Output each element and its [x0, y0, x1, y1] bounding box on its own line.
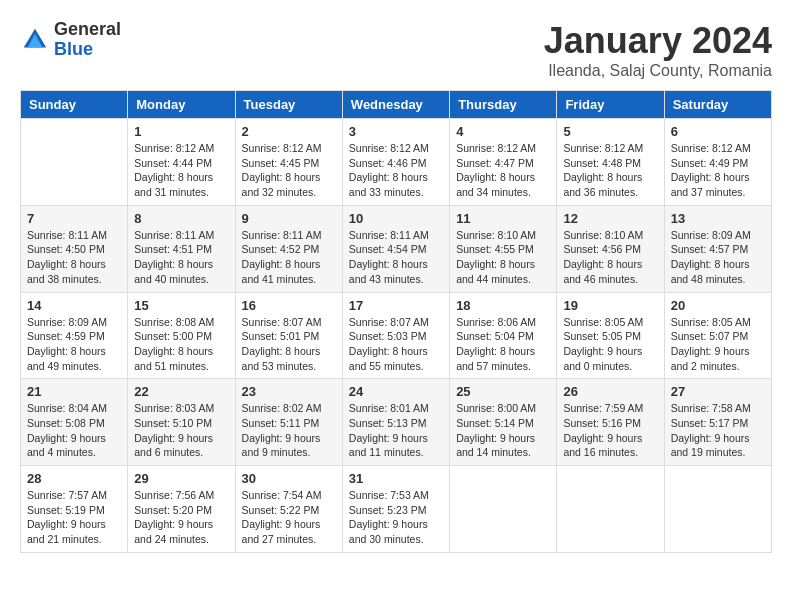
day-number: 30 — [242, 471, 336, 486]
day-number: 28 — [27, 471, 121, 486]
day-number: 16 — [242, 298, 336, 313]
calendar-cell — [557, 466, 664, 553]
day-info: Sunrise: 8:08 AMSunset: 5:00 PMDaylight:… — [134, 315, 228, 374]
calendar-table: SundayMondayTuesdayWednesdayThursdayFrid… — [20, 90, 772, 553]
weekday-header: Sunday — [21, 91, 128, 119]
day-info: Sunrise: 8:11 AMSunset: 4:54 PMDaylight:… — [349, 228, 443, 287]
calendar-cell: 17Sunrise: 8:07 AMSunset: 5:03 PMDayligh… — [342, 292, 449, 379]
calendar-cell: 31Sunrise: 7:53 AMSunset: 5:23 PMDayligh… — [342, 466, 449, 553]
day-number: 13 — [671, 211, 765, 226]
day-number: 14 — [27, 298, 121, 313]
day-number: 8 — [134, 211, 228, 226]
day-info: Sunrise: 8:07 AMSunset: 5:03 PMDaylight:… — [349, 315, 443, 374]
location: Ileanda, Salaj County, Romania — [544, 62, 772, 80]
day-info: Sunrise: 8:12 AMSunset: 4:49 PMDaylight:… — [671, 141, 765, 200]
weekday-header: Wednesday — [342, 91, 449, 119]
calendar-cell: 26Sunrise: 7:59 AMSunset: 5:16 PMDayligh… — [557, 379, 664, 466]
calendar-cell: 1Sunrise: 8:12 AMSunset: 4:44 PMDaylight… — [128, 119, 235, 206]
calendar-cell: 28Sunrise: 7:57 AMSunset: 5:19 PMDayligh… — [21, 466, 128, 553]
day-info: Sunrise: 8:06 AMSunset: 5:04 PMDaylight:… — [456, 315, 550, 374]
calendar-cell: 8Sunrise: 8:11 AMSunset: 4:51 PMDaylight… — [128, 205, 235, 292]
day-info: Sunrise: 8:02 AMSunset: 5:11 PMDaylight:… — [242, 401, 336, 460]
day-info: Sunrise: 8:09 AMSunset: 4:57 PMDaylight:… — [671, 228, 765, 287]
calendar-cell: 20Sunrise: 8:05 AMSunset: 5:07 PMDayligh… — [664, 292, 771, 379]
day-number: 12 — [563, 211, 657, 226]
day-number: 2 — [242, 124, 336, 139]
day-number: 11 — [456, 211, 550, 226]
calendar-cell: 13Sunrise: 8:09 AMSunset: 4:57 PMDayligh… — [664, 205, 771, 292]
weekday-header: Tuesday — [235, 91, 342, 119]
day-info: Sunrise: 8:12 AMSunset: 4:44 PMDaylight:… — [134, 141, 228, 200]
day-info: Sunrise: 8:00 AMSunset: 5:14 PMDaylight:… — [456, 401, 550, 460]
day-info: Sunrise: 7:56 AMSunset: 5:20 PMDaylight:… — [134, 488, 228, 547]
day-number: 27 — [671, 384, 765, 399]
day-info: Sunrise: 8:07 AMSunset: 5:01 PMDaylight:… — [242, 315, 336, 374]
day-number: 22 — [134, 384, 228, 399]
calendar-cell: 9Sunrise: 8:11 AMSunset: 4:52 PMDaylight… — [235, 205, 342, 292]
day-number: 7 — [27, 211, 121, 226]
calendar-cell — [450, 466, 557, 553]
day-info: Sunrise: 7:54 AMSunset: 5:22 PMDaylight:… — [242, 488, 336, 547]
day-info: Sunrise: 8:09 AMSunset: 4:59 PMDaylight:… — [27, 315, 121, 374]
day-info: Sunrise: 8:12 AMSunset: 4:45 PMDaylight:… — [242, 141, 336, 200]
day-info: Sunrise: 8:11 AMSunset: 4:51 PMDaylight:… — [134, 228, 228, 287]
day-info: Sunrise: 8:01 AMSunset: 5:13 PMDaylight:… — [349, 401, 443, 460]
weekday-header: Monday — [128, 91, 235, 119]
calendar-cell — [664, 466, 771, 553]
weekday-header: Thursday — [450, 91, 557, 119]
day-number: 19 — [563, 298, 657, 313]
weekday-header: Saturday — [664, 91, 771, 119]
day-number: 29 — [134, 471, 228, 486]
day-number: 3 — [349, 124, 443, 139]
day-info: Sunrise: 8:12 AMSunset: 4:47 PMDaylight:… — [456, 141, 550, 200]
day-number: 1 — [134, 124, 228, 139]
calendar-cell: 24Sunrise: 8:01 AMSunset: 5:13 PMDayligh… — [342, 379, 449, 466]
calendar-cell: 23Sunrise: 8:02 AMSunset: 5:11 PMDayligh… — [235, 379, 342, 466]
day-info: Sunrise: 8:10 AMSunset: 4:56 PMDaylight:… — [563, 228, 657, 287]
day-number: 26 — [563, 384, 657, 399]
day-info: Sunrise: 8:10 AMSunset: 4:55 PMDaylight:… — [456, 228, 550, 287]
day-number: 18 — [456, 298, 550, 313]
calendar-header-row: SundayMondayTuesdayWednesdayThursdayFrid… — [21, 91, 772, 119]
calendar-cell: 18Sunrise: 8:06 AMSunset: 5:04 PMDayligh… — [450, 292, 557, 379]
calendar-cell: 14Sunrise: 8:09 AMSunset: 4:59 PMDayligh… — [21, 292, 128, 379]
day-number: 9 — [242, 211, 336, 226]
calendar-cell: 29Sunrise: 7:56 AMSunset: 5:20 PMDayligh… — [128, 466, 235, 553]
calendar-cell: 2Sunrise: 8:12 AMSunset: 4:45 PMDaylight… — [235, 119, 342, 206]
day-number: 25 — [456, 384, 550, 399]
calendar-cell: 5Sunrise: 8:12 AMSunset: 4:48 PMDaylight… — [557, 119, 664, 206]
day-info: Sunrise: 8:04 AMSunset: 5:08 PMDaylight:… — [27, 401, 121, 460]
calendar-cell: 16Sunrise: 8:07 AMSunset: 5:01 PMDayligh… — [235, 292, 342, 379]
calendar-cell: 6Sunrise: 8:12 AMSunset: 4:49 PMDaylight… — [664, 119, 771, 206]
day-info: Sunrise: 8:11 AMSunset: 4:52 PMDaylight:… — [242, 228, 336, 287]
logo-text: General Blue — [54, 20, 121, 60]
calendar-week-row: 1Sunrise: 8:12 AMSunset: 4:44 PMDaylight… — [21, 119, 772, 206]
day-number: 5 — [563, 124, 657, 139]
calendar-cell: 22Sunrise: 8:03 AMSunset: 5:10 PMDayligh… — [128, 379, 235, 466]
day-number: 21 — [27, 384, 121, 399]
day-info: Sunrise: 8:03 AMSunset: 5:10 PMDaylight:… — [134, 401, 228, 460]
calendar-cell: 30Sunrise: 7:54 AMSunset: 5:22 PMDayligh… — [235, 466, 342, 553]
day-number: 10 — [349, 211, 443, 226]
calendar-week-row: 28Sunrise: 7:57 AMSunset: 5:19 PMDayligh… — [21, 466, 772, 553]
day-info: Sunrise: 8:12 AMSunset: 4:48 PMDaylight:… — [563, 141, 657, 200]
day-number: 24 — [349, 384, 443, 399]
day-info: Sunrise: 8:11 AMSunset: 4:50 PMDaylight:… — [27, 228, 121, 287]
calendar-cell: 19Sunrise: 8:05 AMSunset: 5:05 PMDayligh… — [557, 292, 664, 379]
day-number: 15 — [134, 298, 228, 313]
day-info: Sunrise: 7:58 AMSunset: 5:17 PMDaylight:… — [671, 401, 765, 460]
calendar-week-row: 7Sunrise: 8:11 AMSunset: 4:50 PMDaylight… — [21, 205, 772, 292]
calendar-cell: 10Sunrise: 8:11 AMSunset: 4:54 PMDayligh… — [342, 205, 449, 292]
title-area: January 2024 Ileanda, Salaj County, Roma… — [544, 20, 772, 80]
day-info: Sunrise: 7:57 AMSunset: 5:19 PMDaylight:… — [27, 488, 121, 547]
day-info: Sunrise: 8:05 AMSunset: 5:05 PMDaylight:… — [563, 315, 657, 374]
calendar-cell: 4Sunrise: 8:12 AMSunset: 4:47 PMDaylight… — [450, 119, 557, 206]
day-info: Sunrise: 8:05 AMSunset: 5:07 PMDaylight:… — [671, 315, 765, 374]
calendar-cell: 27Sunrise: 7:58 AMSunset: 5:17 PMDayligh… — [664, 379, 771, 466]
logo-icon — [20, 25, 50, 55]
calendar-cell: 15Sunrise: 8:08 AMSunset: 5:00 PMDayligh… — [128, 292, 235, 379]
month-title: January 2024 — [544, 20, 772, 62]
day-number: 6 — [671, 124, 765, 139]
calendar-cell: 12Sunrise: 8:10 AMSunset: 4:56 PMDayligh… — [557, 205, 664, 292]
calendar-cell: 25Sunrise: 8:00 AMSunset: 5:14 PMDayligh… — [450, 379, 557, 466]
